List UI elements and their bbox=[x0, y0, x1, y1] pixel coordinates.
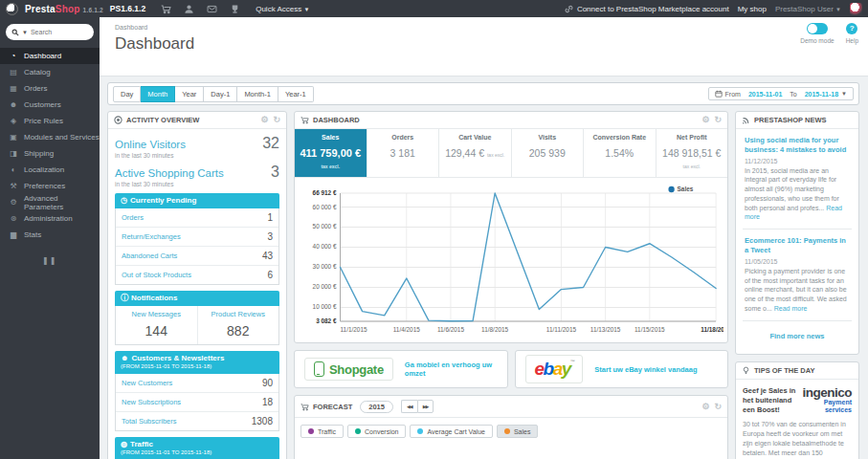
gear-icon[interactable]: ⚙ bbox=[701, 116, 709, 124]
abandoned-carts-row[interactable]: Abandoned Carts43 bbox=[116, 247, 278, 266]
kpi-cart-value[interactable]: Cart Value129,44 € tax excl. bbox=[439, 129, 512, 177]
user-menu[interactable]: PrestaShop User ▼ bbox=[775, 5, 841, 13]
kpi-net-profit[interactable]: Net Profit148 918,51 € tax excl. bbox=[657, 129, 728, 177]
kpi-conversion-rate[interactable]: Conversion Rate1.54% bbox=[584, 129, 657, 177]
demo-mode-toggle[interactable] bbox=[807, 23, 828, 34]
sidebar-item-dashboard[interactable]: ◔Dashboard bbox=[0, 48, 100, 64]
new-subscriptions-row[interactable]: New Subscriptions18 bbox=[116, 393, 278, 412]
gears-icon: ⚙ bbox=[9, 198, 18, 207]
next-year-button[interactable]: ▶▶ bbox=[417, 400, 434, 413]
kpi-visits[interactable]: Visits205 939 bbox=[512, 129, 585, 177]
sidebar-item-shipping[interactable]: ◨Shipping bbox=[0, 145, 100, 162]
sidebar-item-localization[interactable]: ◐Localization bbox=[0, 162, 100, 178]
sidebar-item-administration[interactable]: ⊛Administration bbox=[0, 210, 100, 227]
my-shop-link[interactable]: My shop bbox=[738, 5, 767, 13]
new-customers-row[interactable]: New Customers90 bbox=[116, 374, 278, 393]
svg-text:30 000 €: 30 000 € bbox=[313, 263, 337, 270]
sidebar-item-label: Preferences bbox=[24, 182, 65, 190]
range-year-1-button[interactable]: Year-1 bbox=[278, 86, 314, 102]
help-icon[interactable]: ? bbox=[846, 23, 857, 34]
read-more-link[interactable]: Read more bbox=[774, 305, 808, 312]
pending-orders-row[interactable]: Orders1 bbox=[116, 208, 278, 228]
svg-text:11/15/2015: 11/15/2015 bbox=[634, 326, 665, 333]
page-title: Dashboard bbox=[115, 34, 194, 54]
quick-access-menu[interactable]: Quick Access ▼ bbox=[256, 5, 309, 13]
search-icon bbox=[11, 29, 19, 36]
total-subscribers-row[interactable]: Total Subscribers1308 bbox=[116, 412, 278, 430]
ebay-link[interactable]: Start uw eBay winkel vandaag bbox=[594, 365, 697, 374]
info-icon: ⓘ bbox=[121, 294, 128, 302]
sidebar-item-modules[interactable]: ▣Modules and Services bbox=[0, 129, 100, 145]
svg-text:11/8/2015: 11/8/2015 bbox=[481, 326, 508, 333]
link-icon bbox=[564, 4, 574, 14]
search-scope-caret[interactable]: ▼ bbox=[22, 30, 28, 35]
sidebar-search[interactable]: ▼ bbox=[6, 24, 94, 40]
marketplace-link[interactable]: Connect to PrestaShop Marketplace accoun… bbox=[564, 4, 729, 14]
sidebar-item-label: Catalog bbox=[24, 68, 51, 76]
out-of-stock-row[interactable]: Out of Stock Products6 bbox=[116, 266, 278, 284]
range-month-button[interactable]: Month bbox=[141, 86, 175, 102]
brand-version: 1.6.1.2 bbox=[83, 7, 103, 13]
refresh-icon[interactable]: ↻ bbox=[714, 116, 722, 124]
previous-year-button[interactable]: ◀◀ bbox=[401, 400, 417, 413]
new-messages-cell[interactable]: New Messages144 bbox=[116, 306, 197, 344]
news-article: Ecommerce 101: Payments in a Tweet 11/05… bbox=[743, 236, 852, 313]
sidebar-item-advanced-parameters[interactable]: ⚙Advanced Parameters bbox=[0, 194, 100, 210]
range-year-button[interactable]: Year bbox=[175, 86, 204, 102]
globe-icon: ◍ bbox=[121, 440, 127, 448]
svg-text:11/18/2015: 11/18/2015 bbox=[701, 326, 723, 333]
range-month-1-button[interactable]: Month-1 bbox=[237, 86, 278, 102]
pending-returns-row[interactable]: Return/Exchanges3 bbox=[116, 228, 278, 247]
svg-text:60 000 €: 60 000 € bbox=[313, 203, 337, 209]
currently-pending-header: ◷Currently Pending bbox=[115, 193, 279, 208]
range-day-button[interactable]: Day bbox=[113, 86, 141, 102]
dashboard-icon: ◔ bbox=[9, 52, 18, 60]
breadcrumb[interactable]: Dashboard bbox=[115, 24, 147, 31]
kpi-sales[interactable]: Sales411 759,00 € tax excl. bbox=[295, 129, 367, 177]
sidebar-item-preferences[interactable]: ⚒Preferences bbox=[0, 178, 100, 194]
range-day-1-button[interactable]: Day-1 bbox=[204, 86, 237, 102]
modules-icon: ▣ bbox=[9, 133, 18, 142]
svg-text:Sales: Sales bbox=[678, 186, 694, 192]
forecast-legend-conversion[interactable]: Conversion bbox=[347, 425, 406, 438]
activity-icon bbox=[114, 116, 122, 124]
find-more-news-link[interactable]: Find more news bbox=[743, 328, 852, 347]
gear-icon[interactable]: ⚙ bbox=[701, 403, 709, 411]
trophy-icon[interactable] bbox=[230, 4, 240, 14]
news-article-title[interactable]: Ecommerce 101: Payments in a Tweet bbox=[745, 236, 850, 255]
range-button-group: Day Month Year Day-1 Month-1 Year-1 bbox=[113, 86, 314, 102]
tips-of-the-day-panel: TIPS OF THE DAY ingenico Paymentservices… bbox=[735, 361, 859, 459]
cart-icon[interactable] bbox=[161, 4, 171, 14]
active-carts-link[interactable]: Active Shopping Carts bbox=[115, 167, 224, 179]
sidebar-item-stats[interactable]: ▆Stats bbox=[0, 227, 100, 243]
forecast-legend: TrafficConversionAverage Cart ValueSales bbox=[295, 418, 727, 445]
refresh-icon[interactable]: ↻ bbox=[714, 403, 722, 411]
forecast-legend-sales[interactable]: Sales bbox=[497, 425, 539, 438]
online-visitors-link[interactable]: Online Visitors bbox=[115, 139, 186, 150]
search-input[interactable] bbox=[31, 29, 80, 35]
activity-title: ACTIVITY OVERVIEW bbox=[126, 116, 199, 124]
prestashop-logo[interactable] bbox=[6, 3, 18, 15]
sidebar-item-customers[interactable]: ☻Customers bbox=[0, 97, 100, 113]
svg-text:3 082 €: 3 082 € bbox=[316, 317, 337, 324]
refresh-icon[interactable]: ↻ bbox=[273, 116, 280, 124]
sidebar-item-price-rules[interactable]: ◈Price Rules bbox=[0, 113, 100, 129]
active-carts-sub: in the last 30 minutes bbox=[115, 181, 279, 187]
forecast-legend-average-cart-value[interactable]: Average Cart Value bbox=[410, 425, 492, 438]
collapse-menu-icon[interactable]: ❚❚ bbox=[42, 256, 100, 265]
envelope-icon[interactable] bbox=[207, 4, 217, 14]
product-reviews-cell[interactable]: Product Reviews882 bbox=[197, 306, 279, 344]
date-range-picker[interactable]: From 2015-11-01 To 2015-11-18 ▼ bbox=[708, 87, 854, 100]
user-avatar[interactable] bbox=[850, 3, 862, 15]
news-article-title[interactable]: Using social media for your business: 4 … bbox=[745, 136, 850, 155]
gear-icon[interactable]: ⚙ bbox=[260, 116, 268, 124]
sidebar-item-orders[interactable]: ▦Orders bbox=[0, 80, 100, 97]
person-icon[interactable] bbox=[184, 4, 194, 14]
shopgate-link[interactable]: Ga mobiel en verhoog uw omzet bbox=[405, 361, 498, 378]
forecast-year[interactable]: 2015 bbox=[360, 401, 393, 413]
cog-icon: ⊛ bbox=[9, 214, 18, 223]
sales-chart[interactable]: 66 912 €60 000 €50 000 €40 000 €30 000 €… bbox=[295, 178, 727, 342]
kpi-orders[interactable]: Orders3 181 bbox=[367, 129, 440, 177]
forecast-legend-traffic[interactable]: Traffic bbox=[300, 425, 344, 438]
sidebar-item-catalog[interactable]: ▤Catalog bbox=[0, 64, 100, 80]
